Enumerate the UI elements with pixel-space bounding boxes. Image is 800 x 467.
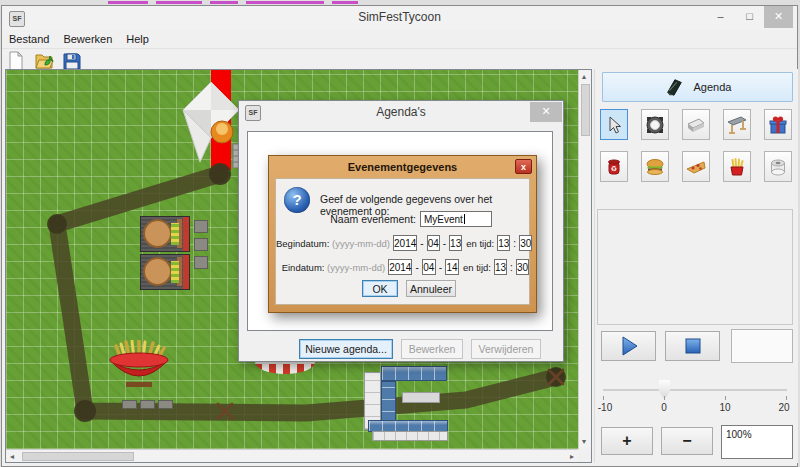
- event-name-value: MyEvent: [424, 214, 463, 225]
- event-data-dialog: Evenementgegevens x ? Geef de volgende g…: [268, 155, 537, 313]
- agendas-dialog-title: Agenda's: [239, 105, 563, 119]
- begin-date-label: Begindatum:: [276, 238, 329, 249]
- delete-agenda-button[interactable]: Verwijderen: [471, 339, 541, 359]
- svg-text:♻: ♻: [611, 165, 617, 172]
- fries-icon: [726, 156, 748, 178]
- platform-icon: [685, 114, 707, 136]
- ok-button[interactable]: OK: [362, 280, 398, 297]
- open-file-icon[interactable]: [34, 51, 54, 71]
- begin-day-input[interactable]: 13: [449, 235, 462, 251]
- begin-month-input[interactable]: 04: [427, 235, 440, 251]
- tool-fries-stand[interactable]: [723, 151, 751, 182]
- horizontal-scroll-thumb[interactable]: [22, 452, 134, 461]
- close-button[interactable]: ✕: [764, 6, 793, 28]
- vertical-scroll-thumb[interactable]: [581, 84, 590, 136]
- title-bar[interactable]: SF SimFestTycoon – □ ✕: [2, 6, 797, 30]
- map-vertical-scrollbar[interactable]: ▴ ▾: [578, 70, 591, 449]
- end-minute-input[interactable]: 30: [516, 259, 529, 275]
- event-dialog-close-button[interactable]: x: [515, 159, 532, 174]
- dash-separator: -: [443, 238, 446, 249]
- dash-separator: -: [420, 238, 423, 249]
- slider-track[interactable]: [603, 389, 787, 391]
- tool-trash-bin[interactable]: ♻: [600, 151, 628, 182]
- tool-burger-stand[interactable]: [641, 151, 669, 182]
- new-agenda-button[interactable]: Nieuwe agenda...: [299, 339, 393, 359]
- dash-separator: -: [439, 262, 442, 273]
- scroll-down-icon[interactable]: ▾: [582, 438, 586, 446]
- cursor-icon: [603, 114, 625, 136]
- event-name-label: Naam evenement:: [276, 213, 416, 225]
- slider-tick-label: 10: [719, 402, 730, 413]
- tool-pizza-stand[interactable]: [682, 151, 710, 182]
- side-panel: Agenda: [594, 69, 798, 463]
- tool-scaffold-stage[interactable]: [723, 109, 751, 140]
- minimize-button[interactable]: –: [706, 6, 735, 28]
- slider-tick-label: 0: [661, 402, 667, 413]
- toilet-cabin-row: [372, 431, 448, 441]
- tool-gift[interactable]: [764, 109, 792, 140]
- agenda-button[interactable]: Agenda: [602, 72, 793, 102]
- speed-slider: -10 0 10 20: [597, 369, 793, 421]
- time-label: en tijd:: [466, 238, 494, 249]
- window-title: SimFestTycoon: [2, 10, 797, 24]
- end-month-input[interactable]: 04: [422, 259, 436, 275]
- map-horizontal-scrollbar[interactable]: ◂ ▸: [6, 449, 578, 462]
- colon-separator: :: [513, 238, 516, 249]
- screen: SF SimFestTycoon – □ ✕ Bestand Bewerken …: [0, 0, 800, 467]
- menu-help[interactable]: Help: [119, 33, 156, 45]
- tool-stage-platform[interactable]: [682, 109, 710, 140]
- tool-select-cursor[interactable]: [600, 109, 628, 140]
- burger-stand-object[interactable]: [140, 254, 190, 290]
- dash-separator: -: [415, 262, 418, 273]
- begin-year-input[interactable]: 2014: [393, 235, 417, 251]
- end-date-label: Eindatum:: [282, 262, 325, 273]
- begin-date-row: Begindatum: (yyyy-mm-dd) 2014 - 04 - 13 …: [276, 235, 529, 251]
- agenda-book-icon: [664, 77, 684, 97]
- menu-bestand[interactable]: Bestand: [2, 33, 56, 45]
- menu-bewerken[interactable]: Bewerken: [56, 33, 119, 45]
- event-dialog-title: Evenementgegevens: [269, 156, 536, 178]
- burger-stand-object[interactable]: [140, 216, 190, 252]
- agendas-dialog-close-button[interactable]: ✕: [530, 102, 562, 122]
- play-icon: [618, 335, 640, 357]
- text-caret: [464, 214, 465, 224]
- agendas-dialog-titlebar[interactable]: SF Agenda's ✕: [239, 101, 563, 125]
- end-hour-input[interactable]: 13: [494, 259, 507, 275]
- container-row: [381, 366, 447, 381]
- tool-toilet[interactable]: [764, 151, 792, 182]
- end-day-input[interactable]: 14: [445, 259, 459, 275]
- event-name-input[interactable]: MyEvent: [420, 211, 492, 227]
- bench: [122, 400, 137, 409]
- fries-stand-object[interactable]: [106, 340, 174, 392]
- colon-separator: :: [510, 262, 513, 273]
- slider-tick-label: -10: [598, 402, 612, 413]
- scroll-right-icon[interactable]: ▸: [570, 453, 574, 461]
- bench: [194, 256, 208, 269]
- zoom-level-box[interactable]: 100%: [721, 425, 793, 459]
- zoom-out-button[interactable]: −: [661, 427, 713, 455]
- play-button[interactable]: [601, 331, 656, 361]
- menu-bar: Bestand Bewerken Help: [2, 30, 797, 49]
- stop-button[interactable]: [665, 331, 720, 361]
- new-file-icon[interactable]: [6, 51, 26, 71]
- end-year-input[interactable]: 2014: [388, 259, 412, 275]
- scroll-left-icon[interactable]: ◂: [10, 453, 14, 461]
- bench: [158, 400, 173, 409]
- bench: [194, 220, 208, 233]
- toilet-roll-icon: [767, 156, 789, 178]
- cancel-button[interactable]: Annuleer: [406, 280, 456, 297]
- table: [402, 392, 440, 403]
- tool-spotlight[interactable]: [641, 109, 669, 140]
- scroll-up-icon[interactable]: ▴: [582, 73, 586, 81]
- maximize-button[interactable]: □: [735, 6, 764, 28]
- edit-agenda-button[interactable]: Bewerken: [401, 339, 463, 359]
- zoom-in-button[interactable]: +: [601, 427, 653, 455]
- entrance-tent: [180, 82, 244, 168]
- stop-icon: [682, 335, 704, 357]
- burger-icon: [644, 156, 666, 178]
- begin-hour-input[interactable]: 13: [497, 235, 510, 251]
- begin-minute-input[interactable]: 30: [519, 235, 532, 251]
- save-file-icon[interactable]: [62, 51, 82, 71]
- spotlight-icon: [644, 114, 666, 136]
- agenda-button-label: Agenda: [694, 81, 732, 93]
